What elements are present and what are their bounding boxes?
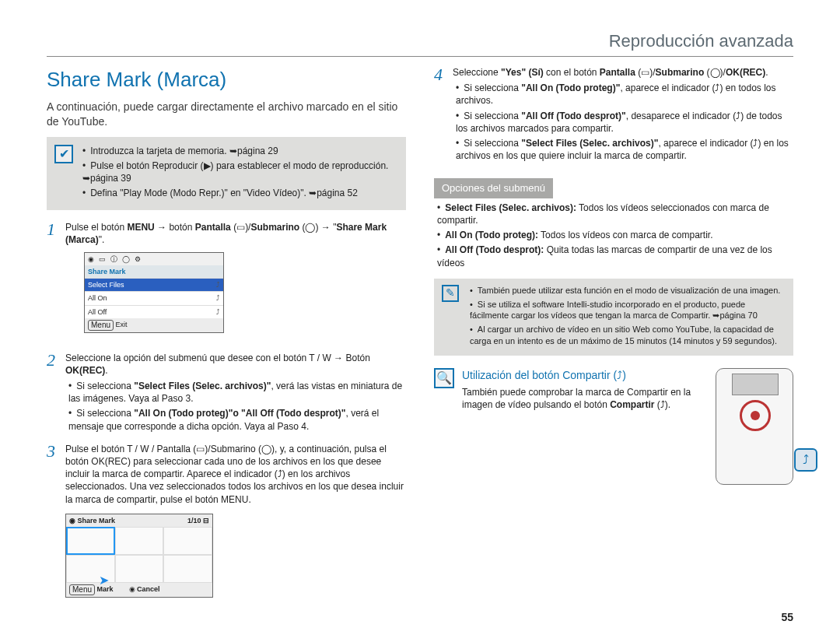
lcd-row: All Off⤴ <box>85 305 223 318</box>
step-text: Pulse el botón T / W / Pantalla (▭)/Subm… <box>65 443 406 506</box>
tip-item: Si se utiliza el software Intelli-studio… <box>470 299 784 322</box>
note-icon: ✎ <box>442 285 459 302</box>
check-icon: ✔ <box>54 145 73 163</box>
t: con el botón <box>544 67 600 78</box>
submenu-heading: Opciones del submenú <box>434 178 553 198</box>
intro-text: A continuación, puede cargar directament… <box>47 100 406 129</box>
step-number: 1 <box>47 221 65 238</box>
share-title: Utilización del botón Compartir (⤴) <box>462 368 703 383</box>
manual-page: Reproducción avanzada Share Mark (Marca)… <box>0 0 840 642</box>
menu-icon: Menu <box>69 584 95 595</box>
tips-box: ✎ También puede utilizar esta función en… <box>434 279 793 356</box>
t: Pulse el botón <box>65 222 127 233</box>
sub-bullet: Si selecciona "Select Files (Selec. arch… <box>68 380 406 405</box>
exit-label: Exit <box>116 321 128 328</box>
submenu-item: All On (Todo proteg): Todos los vídeos c… <box>437 229 793 241</box>
share-text: También puede comprobar la marca de Comp… <box>462 386 703 411</box>
t: Submarino <box>250 222 299 233</box>
t: Submarino <box>656 67 705 78</box>
t: "Yes" (Sí) <box>501 67 544 78</box>
page-number: 55 <box>781 611 793 623</box>
step-number: 3 <box>47 443 65 460</box>
t: OK(REC) <box>65 365 105 376</box>
step-3: 3 Pulse el botón T / W / Pantalla (▭)/Su… <box>47 443 406 506</box>
cancel-label: Cancel <box>137 585 160 593</box>
t: . <box>105 365 107 376</box>
t: (▭)/ <box>231 222 251 233</box>
t: Seleccione la opción del submenú que des… <box>65 353 370 363</box>
page-title: Share Mark (Marca) <box>47 66 406 93</box>
cursor-icon: ➤ <box>99 572 109 589</box>
t: ". <box>99 234 105 245</box>
lcd-menu-illustration: ◉▭ⓘ◯⚙ Share Mark Select Files⤴ All On⤴ A… <box>84 252 224 333</box>
t: (◯)/ <box>704 67 726 78</box>
menu-icon: Menu <box>88 320 114 331</box>
submenu-options: Select Files (Selec. archivos): Todos lo… <box>437 202 793 269</box>
submenu-item: All Off (Todo desprot): Quita todas las … <box>437 244 793 268</box>
submenu-item: Select Files (Selec. archivos): Todos lo… <box>437 202 793 226</box>
precheck-box: ✔ Introduzca la tarjeta de memoria. ➥pág… <box>47 137 406 210</box>
sub-bullet: Si selecciona "All Off (Todo desprot)", … <box>456 110 793 135</box>
lcd-row: All On⤴ <box>85 291 223 304</box>
sub-bullet: Si selecciona "All On (Todo proteg)", ap… <box>456 82 793 107</box>
precheck-item: Defina "Play Mode (Modo Repr.)" en "Vide… <box>82 187 395 199</box>
share-button-section: 🔍 Utilización del botón Compartir (⤴) Ta… <box>434 368 793 485</box>
t: Pantalla <box>195 222 231 233</box>
tip-item: Al cargar un archivo de vídeo en un siti… <box>470 324 784 347</box>
precheck-item: Introduzca la tarjeta de memoria. ➥págin… <box>82 145 395 157</box>
tip-item: También puede utilizar esta función en e… <box>470 285 784 296</box>
t: (◯) → " <box>299 222 336 233</box>
left-column: Share Mark (Marca) A continuación, puede… <box>47 66 406 598</box>
lcd-row-selected: Select Files⤴ <box>85 278 223 291</box>
step-number: 4 <box>434 66 453 83</box>
sub-bullet: Si selecciona "Select Files (Selec. arch… <box>456 137 793 162</box>
t: Pantalla <box>600 67 635 78</box>
t: Seleccione <box>453 67 501 78</box>
step-number: 2 <box>47 352 65 369</box>
t: MENU <box>127 222 154 233</box>
lcd-thumbnail-illustration: ◉ Share Mark1/10 ⊟ ➤ Menu Mark◉ Cancel <box>65 514 213 598</box>
section-header: Reproducción avanzada <box>47 31 793 57</box>
step-4: 4 Seleccione "Yes" (Sí) con el botón Pan… <box>434 66 793 164</box>
t: → botón <box>155 222 195 233</box>
precheck-item: Pulse el botón Reproducir (▶) para estab… <box>82 160 395 184</box>
sub-bullet: Si selecciona "All On (Todo proteg)"o "A… <box>68 407 406 432</box>
step-2: 2 Seleccione la opción del submenú que d… <box>47 352 406 435</box>
lcd-header: Share Mark <box>85 265 223 278</box>
t: (▭)/ <box>635 67 656 78</box>
share-button-icon: ⤴ <box>794 448 817 472</box>
right-column: 4 Seleccione "Yes" (Sí) con el botón Pan… <box>434 66 793 598</box>
magnifier-icon: 🔍 <box>434 368 454 388</box>
device-illustration: ⤴ <box>716 368 793 485</box>
t: OK(REC) <box>726 67 765 78</box>
step-1: 1 Pulse el botón MENU → botón Pantalla (… <box>47 221 406 344</box>
t: . <box>765 67 768 78</box>
